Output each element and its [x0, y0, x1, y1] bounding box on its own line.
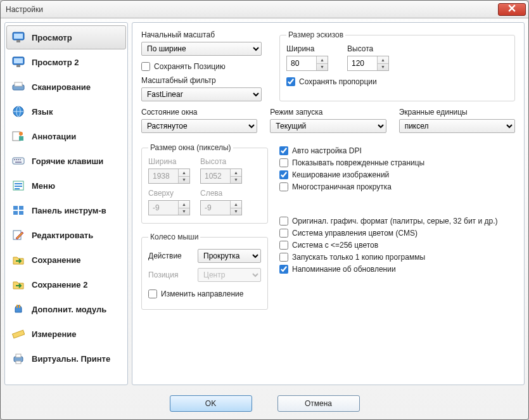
sidebar-item-label: Дополнит. модуль — [32, 305, 106, 314]
initial-scale-label: Начальный масштаб — [141, 30, 268, 39]
sidebar-item-label: Меню — [32, 181, 55, 191]
keyboard-icon — [11, 155, 25, 167]
sidebar-item-printer[interactable]: Виртуальн. Принте — [6, 347, 126, 371]
sidebar-item-measure[interactable]: Измерение — [6, 322, 126, 346]
svg-rect-30 — [19, 305, 20, 308]
start-mode-label: Режим запуска — [270, 108, 386, 117]
window-state-label: Состояние окна — [141, 108, 257, 117]
winsize-width-input: ▲▼ — [148, 169, 190, 184]
screen-units-label: Экранные единицы — [399, 108, 515, 117]
folder-arrow-icon — [11, 278, 25, 291]
sidebar-item-plugin[interactable]: Дополнит. модуль — [6, 297, 126, 321]
cms-checkbox[interactable]: Система управления цветом (CMS) — [279, 229, 515, 238]
multiscroll-checkbox[interactable]: Многостраничная прокрутка — [279, 182, 515, 191]
start-mode-select[interactable]: Текущий — [270, 119, 386, 133]
sidebar-item-lang[interactable]: Язык — [6, 99, 126, 124]
ruler-icon — [11, 328, 25, 340]
sidebar-item-label: Просмотр — [32, 33, 72, 42]
orig-format-checkbox[interactable]: Оригинал. графич. формат (палитры, серые… — [279, 217, 515, 226]
folder-arrow-icon — [11, 253, 25, 266]
annotations-icon — [11, 130, 25, 143]
dialog-body: Просмотр Просмотр 2 Сканирование Язык Ан… — [1, 18, 528, 389]
screen-units-select[interactable]: пиксел — [399, 119, 515, 133]
sidebar-item-label: Панель инструм-в — [32, 206, 106, 215]
thumb-width-label: Ширина — [286, 44, 328, 53]
sidebar-item-label: Аннотации — [32, 132, 76, 141]
titlebar: Настройки — [1, 1, 528, 18]
mouse-wheel-group: Колесо мыши Действие Прокрутка Позиция Ц… — [141, 232, 268, 310]
sidebar-item-menu[interactable]: Меню — [6, 174, 126, 198]
svg-rect-16 — [16, 159, 17, 160]
mouse-action-select[interactable]: Прокрутка — [198, 249, 261, 263]
printer-icon — [11, 352, 25, 365]
svg-rect-29 — [16, 305, 18, 308]
winsize-height-input: ▲▼ — [200, 169, 242, 184]
svg-rect-14 — [13, 158, 24, 164]
window-size-group: Размер окна (пикселы) Ширина ▲▼ Высота — [141, 143, 268, 224]
svg-rect-7 — [15, 82, 22, 86]
sidebar-item-scan[interactable]: Сканирование — [6, 75, 126, 99]
scale-filter-select[interactable]: FastLinear — [141, 87, 262, 101]
winsize-left-input: ▲▼ — [200, 200, 242, 215]
svg-rect-17 — [18, 159, 19, 160]
initial-scale-select[interactable]: По ширине — [141, 42, 262, 56]
close-button[interactable] — [498, 3, 526, 16]
thumbnail-size-group: Размер эскизов Ширина ▲▼ Высота — [279, 30, 515, 101]
auto-dpi-checkbox[interactable]: Авто настройка DPI — [279, 146, 515, 155]
plugin-icon — [11, 303, 25, 315]
dialog-footer: OK Отмена — [1, 389, 528, 419]
grid-icon — [11, 204, 25, 217]
invert-direction-checkbox[interactable]: Изменить направление — [148, 290, 261, 298]
svg-rect-33 — [16, 354, 21, 357]
sidebar-item-save2[interactable]: Сохранение 2 — [6, 272, 126, 296]
sidebar-item-toolbar[interactable]: Панель инструм-в — [6, 198, 126, 222]
sidebar-item-label: Сканирование — [32, 82, 91, 92]
svg-rect-2 — [16, 40, 20, 42]
window-title: Настройки — [6, 5, 498, 14]
thumb-height-label: Высота — [347, 44, 389, 53]
thumb-height-input[interactable]: ▲▼ — [347, 56, 389, 71]
ok-button[interactable]: OK — [170, 395, 252, 412]
sidebar-item-view2[interactable]: Просмотр 2 — [6, 50, 126, 74]
scanner-icon — [11, 80, 25, 93]
mouse-action-label: Действие — [148, 251, 182, 260]
save-position-checkbox[interactable]: Сохранять Позицию — [141, 62, 268, 71]
svg-rect-18 — [20, 159, 21, 160]
keep-aspect-checkbox[interactable]: Сохранять пропорции — [286, 77, 508, 86]
cache-images-checkbox[interactable]: Кеширование изображений — [279, 170, 515, 179]
svg-rect-4 — [14, 58, 23, 63]
settings-dialog: Настройки Просмотр Просмотр 2 Сканирован… — [0, 0, 529, 420]
sidebar-item-label: Язык — [32, 107, 53, 117]
close-icon — [508, 4, 516, 14]
svg-rect-24 — [13, 206, 18, 210]
mouse-position-select: Центр — [198, 268, 261, 282]
svg-rect-26 — [13, 211, 18, 215]
svg-rect-34 — [16, 361, 21, 364]
update-remind-checkbox[interactable]: Напоминание об обновлении — [279, 265, 515, 274]
sidebar-item-hotkeys[interactable]: Горячие клавиши — [6, 149, 126, 173]
globe-icon — [11, 105, 25, 118]
monitor-icon — [11, 56, 25, 68]
thumb-width-input[interactable]: ▲▼ — [286, 56, 328, 71]
show-broken-checkbox[interactable]: Показывать поврежденные страницы — [279, 158, 515, 167]
svg-rect-31 — [13, 330, 25, 338]
svg-rect-19 — [15, 162, 22, 163]
svg-rect-15 — [14, 159, 15, 160]
winsize-top-input: ▲▼ — [148, 200, 190, 215]
mouse-position-label: Позиция — [148, 270, 178, 279]
sidebar-item-label: Сохранение — [32, 255, 81, 265]
svg-point-12 — [19, 132, 23, 136]
sidebar-item-label: Виртуальн. Принте — [32, 354, 110, 364]
window-state-select[interactable]: Растянутое — [141, 119, 257, 133]
svg-rect-27 — [19, 211, 23, 215]
single-instance-checkbox[interactable]: Запускать только 1 копию программы — [279, 253, 515, 262]
edit-icon — [11, 229, 25, 241]
sys256-checkbox[interactable]: Система с <=256 цветов — [279, 241, 515, 250]
cancel-button[interactable]: Отмена — [277, 395, 360, 412]
sidebar-item-annot[interactable]: Аннотации — [6, 124, 126, 148]
sidebar-item-save[interactable]: Сохранение — [6, 248, 126, 272]
sidebar-item-label: Сохранение 2 — [32, 280, 87, 290]
sidebar-item-label: Редактировать — [32, 231, 93, 240]
sidebar-item-edit[interactable]: Редактировать — [6, 223, 126, 247]
sidebar-item-view[interactable]: Просмотр — [6, 25, 126, 49]
